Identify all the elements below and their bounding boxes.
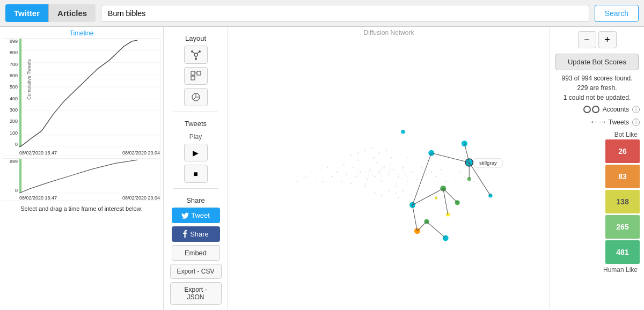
svg-point-71 bbox=[331, 176, 333, 178]
mini-x-end: 08/02/2020 20:04 bbox=[122, 195, 160, 201]
score-bar-4: 265 bbox=[605, 215, 640, 239]
accounts-label: Accounts bbox=[603, 106, 629, 113]
network-canvas[interactable]: stillgray bbox=[228, 39, 550, 310]
network-node-label: stillgray bbox=[479, 160, 497, 166]
y-tick: 400 bbox=[10, 96, 18, 101]
tweets-arrow-icon: ←→ bbox=[589, 116, 605, 128]
network-svg: stillgray bbox=[228, 39, 550, 310]
play-button[interactable]: ▶ bbox=[184, 144, 208, 162]
divider-1 bbox=[173, 112, 217, 112]
layout-btn-3[interactable] bbox=[184, 88, 208, 106]
svg-point-64 bbox=[388, 190, 390, 192]
svg-point-68 bbox=[402, 190, 404, 192]
search-input[interactable] bbox=[101, 5, 589, 22]
accounts-info-icon[interactable]: i bbox=[632, 106, 640, 113]
svg-point-73 bbox=[398, 197, 399, 199]
svg-rect-13 bbox=[19, 159, 21, 193]
svg-line-122 bbox=[431, 153, 469, 163]
svg-point-69 bbox=[336, 171, 338, 173]
y-tick: 300 bbox=[10, 107, 18, 113]
svg-point-108 bbox=[461, 141, 467, 147]
score-info-line3: 1 could not be updated. bbox=[561, 93, 632, 102]
svg-point-50 bbox=[350, 183, 352, 184]
tab-articles[interactable]: Articles bbox=[48, 4, 96, 22]
embed-button[interactable]: Embed bbox=[172, 245, 220, 261]
svg-line-93 bbox=[384, 167, 389, 174]
score-row-5: 481 bbox=[554, 240, 640, 264]
svg-point-57 bbox=[426, 174, 428, 175]
svg-point-76 bbox=[322, 181, 324, 182]
network-panel: Diffusion Network bbox=[228, 27, 550, 310]
svg-point-66 bbox=[381, 195, 383, 196]
export-json-button[interactable]: Export - JSON bbox=[170, 282, 222, 305]
svg-point-119 bbox=[434, 196, 438, 200]
svg-rect-10 bbox=[19, 39, 21, 147]
svg-point-90 bbox=[296, 181, 297, 182]
legend-circles bbox=[583, 106, 599, 113]
score-info-line2: 229 are fresh. bbox=[561, 83, 632, 93]
y-tick: 899 bbox=[10, 39, 18, 44]
bot-scores: Bot Like 26 83 138 265 481 Human Like bbox=[554, 131, 640, 274]
svg-line-97 bbox=[393, 169, 398, 176]
left-panel: Timeline 899 800 700 600 500 400 300 200… bbox=[0, 27, 164, 310]
svg-point-54 bbox=[343, 164, 345, 166]
svg-point-72 bbox=[435, 176, 437, 178]
svg-rect-22 bbox=[197, 71, 201, 75]
svg-point-20 bbox=[195, 58, 197, 60]
zoom-in-button[interactable]: + bbox=[598, 31, 617, 48]
layout-btn-1[interactable] bbox=[184, 46, 208, 64]
tweets-info-icon[interactable]: i bbox=[632, 119, 640, 126]
mini-chart: 899 0 08/02/2020 16:47 08/02/2020 20:04 bbox=[3, 158, 160, 201]
x-end-label: 08/02/2020 20:04 bbox=[122, 150, 160, 156]
layout-label: Layout bbox=[185, 34, 206, 42]
share-btn-label: Share bbox=[190, 230, 209, 238]
svg-line-99 bbox=[398, 167, 403, 177]
svg-point-81 bbox=[315, 179, 316, 180]
update-bot-scores-button[interactable]: Update Bot Scores bbox=[555, 54, 639, 70]
layout-btn-2[interactable] bbox=[184, 67, 208, 85]
svg-line-91 bbox=[379, 167, 384, 172]
svg-point-19 bbox=[199, 50, 201, 53]
svg-line-102 bbox=[379, 172, 382, 182]
svg-point-36 bbox=[376, 162, 378, 164]
svg-line-92 bbox=[375, 172, 379, 177]
svg-point-88 bbox=[301, 169, 302, 170]
share-button[interactable]: Share bbox=[172, 226, 220, 242]
legend-circle-1 bbox=[583, 106, 591, 113]
y-tick: 800 bbox=[10, 50, 18, 55]
export-csv-button[interactable]: Export - CSV bbox=[170, 264, 222, 279]
y-tick: 500 bbox=[10, 84, 18, 90]
svg-point-58 bbox=[386, 150, 387, 152]
svg-point-85 bbox=[305, 176, 306, 177]
svg-line-29 bbox=[193, 97, 196, 100]
zoom-out-button[interactable]: − bbox=[578, 31, 596, 48]
y-tick: 700 bbox=[10, 62, 18, 67]
tweets-label: Tweets bbox=[609, 119, 629, 126]
y-tick: 100 bbox=[10, 130, 18, 136]
score-row-3: 138 bbox=[554, 189, 640, 214]
search-button[interactable]: Search bbox=[595, 5, 639, 22]
y-tick: 200 bbox=[10, 119, 18, 124]
svg-point-67 bbox=[374, 193, 376, 194]
chart-bottom-text: Select and drag a time frame of interest… bbox=[3, 205, 160, 212]
tab-twitter[interactable]: Twitter bbox=[5, 4, 48, 22]
tweet-button[interactable]: Tweet bbox=[172, 208, 220, 223]
svg-rect-23 bbox=[191, 76, 195, 80]
svg-line-103 bbox=[377, 163, 384, 167]
score-row-2: 83 bbox=[554, 164, 640, 189]
svg-point-56 bbox=[341, 181, 342, 182]
accounts-legend: Accounts i bbox=[554, 106, 640, 113]
svg-point-62 bbox=[357, 152, 359, 154]
svg-point-89 bbox=[473, 181, 474, 182]
tweets-label: Tweets bbox=[185, 120, 207, 128]
svg-point-60 bbox=[371, 147, 373, 149]
timeline-label: Timeline bbox=[3, 29, 160, 37]
svg-line-96 bbox=[368, 169, 370, 179]
svg-point-61 bbox=[364, 150, 366, 152]
svg-point-52 bbox=[346, 174, 347, 175]
y-tick: 600 bbox=[10, 73, 18, 78]
svg-point-49 bbox=[357, 159, 359, 161]
stop-button[interactable]: ■ bbox=[184, 165, 208, 183]
svg-point-77 bbox=[445, 181, 447, 182]
svg-point-83 bbox=[310, 172, 311, 173]
